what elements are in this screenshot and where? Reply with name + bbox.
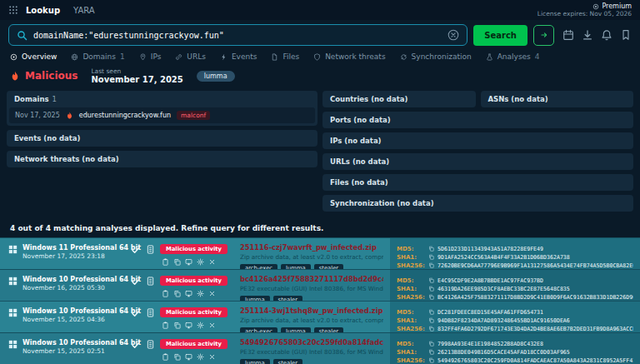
analysis-filename[interactable]: 251116-czj7wavrft_pw_infected.zip [240,243,383,252]
tab-analyses[interactable]: Analyses4 [486,52,540,61]
copy-icon[interactable] [173,322,181,329]
analysis-row[interactable]: Windows 10 Professional 64 bitNovember 1… [0,269,640,301]
synchronization-panel: Synchronization (no data) [322,195,633,212]
copy-icon[interactable] [428,254,434,260]
close-icon[interactable] [208,258,216,266]
tab-domains[interactable]: Domains1 [71,52,124,61]
copy-icon[interactable] [428,294,434,300]
tab-urls[interactable]: URLs [175,52,206,61]
clipboard-icon[interactable] [162,353,169,361]
domain-name[interactable]: edurestunningcrackyow.fun [79,112,171,119]
monitor-icon[interactable] [185,322,192,329]
check-icon [131,277,141,287]
copy-icon[interactable] [428,349,434,355]
clear-search-icon[interactable] [448,29,459,41]
network-threats-panel: Network threats (no data) [7,151,318,167]
files-panel-title: Files (no data) [322,174,633,191]
malconf-badge[interactable]: malconf [177,111,210,120]
monitor-icon[interactable] [185,258,192,266]
copy-icon[interactable] [428,246,434,252]
monitor-icon[interactable] [185,290,192,297]
calendar-icon [562,29,574,41]
analysis-row[interactable]: Windows 11 Professional 64 bitNovember 1… [0,237,640,269]
copy-icon[interactable] [428,317,434,323]
search-button[interactable]: Search [473,25,528,46]
close-icon[interactable] [208,353,216,361]
tab-ips[interactable]: IPs [139,52,162,61]
copy-icon[interactable] [428,357,434,363]
close-icon[interactable] [208,290,216,297]
search-input[interactable]: domainName:"edurestunningcrackyow.fun" [8,24,468,46]
export-button[interactable] [533,25,554,46]
domain-date: Nov 17, 2025 [15,112,60,119]
copy-icon[interactable] [428,262,434,268]
tab-events[interactable]: Events [220,52,257,61]
check-icon [131,245,141,255]
events-panel: Events (no data) [7,130,318,147]
monitor-icon[interactable] [185,353,192,361]
section-tabs: Overview Domains1 IPs URLs Events Files … [0,49,640,66]
settings-icon[interactable] [197,353,204,361]
md5-value: E4C95CDF9E2A8B7BBDE1AC97FAC937BD [438,277,543,284]
top-bar: Lookup YARA Premium License expires: Nov… [0,0,640,20]
bookmark-button[interactable] [620,29,632,41]
check-icon [131,308,141,318]
analysis-filename[interactable]: 5494926765803c20c259fd0a814fadcaeac87a50… [240,338,383,347]
domain-row[interactable]: Nov 17, 2025 edurestunningcrackyow.fun m… [9,107,315,123]
clipboard-icon[interactable] [162,322,169,329]
windows-icon [8,245,18,254]
analysis-filename[interactable]: 251114-3wj1tshq8w_pw_infected.zip [240,307,383,315]
copy-icon[interactable] [173,258,181,266]
copy-icon[interactable] [173,353,181,361]
threat-tag[interactable]: lumma [197,71,235,82]
copy-icon[interactable] [173,290,181,297]
notifications-button[interactable] [601,29,612,41]
tab-synchronization[interactable]: Synchronization [400,52,472,61]
sha256-value: BC4126A425F75883271117D8BD2D9C41EB0D9F6A… [438,294,633,301]
verdict-row: Malicious Last seen November 17, 2025 lu… [0,66,640,91]
search-history-button[interactable] [562,29,574,41]
windows-icon [8,277,18,286]
toolbar-icons [562,29,632,41]
pin-icon [139,53,147,61]
overview-icon [10,53,18,61]
report-icon[interactable] [146,340,155,349]
tab-files[interactable]: Files [271,52,299,61]
tab-network-threats[interactable]: Network threats [313,52,385,61]
analysis-row[interactable]: Windows 10 Professional 64 bitNovember 1… [0,301,640,332]
settings-icon[interactable] [197,290,204,297]
tag[interactable]: stealer [273,359,302,364]
clipboard-icon[interactable] [162,258,169,266]
analysis-filename[interactable]: bc4126a425f75883271117d8bd2d9c41eb0d9f6a… [240,275,383,283]
copy-icon[interactable] [428,286,434,292]
last-seen: Last seen November 17, 2025 [91,67,182,84]
tab-lookup[interactable]: Lookup [26,6,60,15]
ports-panel: Ports (no data) [322,112,633,128]
tag[interactable]: lumma [240,359,270,364]
premium-icon [592,3,599,10]
apps-grid-icon[interactable] [8,5,18,15]
urls-panel: URLs (no data) [322,153,633,170]
search-bar: domainName:"edurestunningcrackyow.fun" S… [0,20,640,49]
clipboard-icon[interactable] [162,290,169,297]
settings-icon[interactable] [197,258,204,266]
report-icon[interactable] [146,277,155,286]
copy-icon[interactable] [428,309,434,315]
sha256-value: 72620BE9CD6AA77796E9B969F1A13127586A5434… [438,262,633,269]
verdict-label: Malicious [25,70,78,82]
download-button[interactable] [582,29,593,41]
close-icon[interactable] [208,322,216,329]
ips-panel-title: IPs (no data) [322,132,633,149]
search-query[interactable]: domainName:"edurestunningcrackyow.fun" [33,31,224,40]
report-icon[interactable] [146,308,155,317]
copy-icon[interactable] [428,341,434,347]
report-icon[interactable] [146,245,155,254]
verdict-badge: Malicious activity [160,276,228,286]
copy-icon[interactable] [428,277,434,283]
license-info: Premium License expires: Nov 05, 2026 [538,2,632,18]
tab-yara[interactable]: YARA [73,6,95,15]
settings-icon[interactable] [197,322,204,329]
copy-icon[interactable] [428,326,434,332]
tab-overview[interactable]: Overview [10,52,57,61]
analysis-row[interactable]: Windows 10 Professional 64 bitNovember 1… [0,332,640,364]
